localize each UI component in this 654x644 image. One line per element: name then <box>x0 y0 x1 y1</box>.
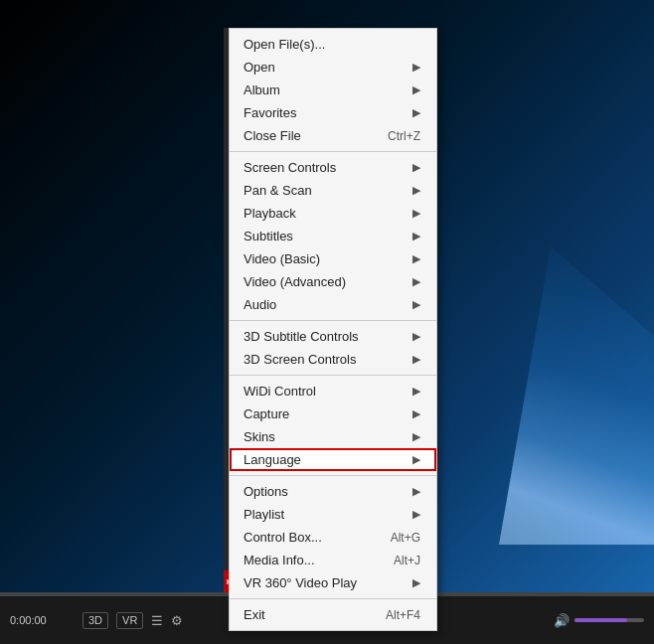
menu-label-video-basic: Video (Basic) <box>244 251 407 266</box>
menu-item-video-advanced[interactable]: Video (Advanced)▶ <box>230 270 436 293</box>
menu-shortcut-close-file: Ctrl+Z <box>388 129 420 143</box>
menu-label-media-info: Media Info... <box>244 553 384 567</box>
menu-shortcut-media-info: Alt+J <box>394 554 420 567</box>
3d-button[interactable]: 3D <box>82 612 108 629</box>
menu-separator <box>230 320 436 321</box>
menu-item-capture[interactable]: Capture▶ <box>230 402 436 425</box>
menu-arrow-open: ▶ <box>412 61 420 74</box>
menu-label-audio: Audio <box>244 297 407 312</box>
menu-label-close-file: Close File <box>244 128 378 143</box>
volume-fill <box>574 618 627 622</box>
menu-label-widi-control: WiDi Control <box>244 384 407 399</box>
context-menu: Open File(s)...Open▶Album▶Favorites▶Clos… <box>229 28 437 631</box>
menu-item-screen-controls[interactable]: Screen Controls▶ <box>230 156 436 179</box>
menu-arrow-pan-scan: ▶ <box>412 184 420 197</box>
menu-arrow-video-advanced: ▶ <box>412 275 420 288</box>
menu-label-pan-scan: Pan & Scan <box>244 183 407 198</box>
menu-label-capture: Capture <box>244 406 407 421</box>
volume-icon[interactable]: 🔊 <box>554 613 570 628</box>
menu-arrow-language: ▶ <box>412 453 420 466</box>
menu-separator <box>230 475 436 476</box>
menu-arrow-favorites: ▶ <box>412 106 420 119</box>
menu-label-playback: Playback <box>244 206 407 221</box>
menu-item-pan-scan[interactable]: Pan & Scan▶ <box>230 179 436 202</box>
menu-item-open-files[interactable]: Open File(s)... <box>230 33 436 56</box>
menu-item-3d-screen-controls[interactable]: 3D Screen Controls▶ <box>230 348 436 371</box>
menu-separator <box>230 151 436 152</box>
menu-label-3d-screen-controls: 3D Screen Controls <box>244 352 407 367</box>
menu-item-vr-360-video-play[interactable]: VR 360° Video Play▶ <box>230 571 436 594</box>
menu-item-open[interactable]: Open▶ <box>230 56 436 79</box>
menu-item-album[interactable]: Album▶ <box>230 79 436 101</box>
menu-label-vr-360-video-play: VR 360° Video Play <box>244 575 407 590</box>
menu-arrow-options: ▶ <box>412 485 420 498</box>
menu-item-playback[interactable]: Playback▶ <box>230 202 436 225</box>
menu-label-skins: Skins <box>244 429 407 444</box>
menu-item-control-box[interactable]: Control Box...Alt+G <box>230 526 436 549</box>
menu-label-language: Language <box>244 452 407 467</box>
menu-label-control-box: Control Box... <box>244 530 381 545</box>
menu-item-3d-subtitle-controls[interactable]: 3D Subtitle Controls▶ <box>230 325 436 348</box>
menu-label-options: Options <box>244 484 407 499</box>
menu-item-media-info[interactable]: Media Info...Alt+J <box>230 549 436 571</box>
menu-shortcut-exit: Alt+F4 <box>386 608 420 622</box>
menu-label-album: Album <box>244 82 407 97</box>
menu-arrow-subtitles: ▶ <box>412 230 420 242</box>
volume-slider[interactable] <box>574 618 644 622</box>
menu-arrow-audio: ▶ <box>412 298 420 311</box>
menu-arrow-playlist: ▶ <box>412 508 420 521</box>
menu-item-skins[interactable]: Skins▶ <box>230 425 436 448</box>
menu-item-audio[interactable]: Audio▶ <box>230 293 436 316</box>
menu-shortcut-control-box: Alt+G <box>391 531 420 545</box>
menu-item-close-file[interactable]: Close FileCtrl+Z <box>230 124 436 147</box>
menu-label-open-files: Open File(s)... <box>244 37 420 52</box>
menu-label-playlist: Playlist <box>244 507 407 522</box>
settings-icon[interactable]: ⚙ <box>171 613 183 628</box>
menu-item-widi-control[interactable]: WiDi Control▶ <box>230 380 436 402</box>
menu-label-3d-subtitle-controls: 3D Subtitle Controls <box>244 329 407 344</box>
menu-arrow-3d-screen-controls: ▶ <box>412 353 420 366</box>
menu-label-subtitles: Subtitles <box>244 229 407 243</box>
menu-item-video-basic[interactable]: Video (Basic)▶ <box>230 247 436 270</box>
menu-item-language[interactable]: Language▶ <box>230 448 436 471</box>
menu-item-options[interactable]: Options▶ <box>230 480 436 503</box>
menu-arrow-vr-360-video-play: ▶ <box>412 576 420 589</box>
menu-arrow-album: ▶ <box>412 83 420 96</box>
menu-arrow-screen-controls: ▶ <box>412 161 420 174</box>
menu-item-exit[interactable]: ExitAlt+F4 <box>230 603 436 626</box>
menu-label-open: Open <box>244 60 407 75</box>
time-left: 0:00:00 <box>10 614 75 626</box>
menu-item-subtitles[interactable]: Subtitles▶ <box>230 225 436 247</box>
menu-label-favorites: Favorites <box>244 105 407 120</box>
volume-area: 🔊 <box>554 613 644 628</box>
menu-separator <box>230 375 436 376</box>
menu-label-screen-controls: Screen Controls <box>244 160 407 175</box>
menu-arrow-3d-subtitle-controls: ▶ <box>412 330 420 343</box>
vr-button[interactable]: VR <box>116 612 143 629</box>
menu-label-exit: Exit <box>244 607 376 622</box>
menu-arrow-playback: ▶ <box>412 207 420 220</box>
menu-arrow-skins: ▶ <box>412 430 420 443</box>
menu-icon[interactable]: ☰ <box>151 613 163 628</box>
menu-label-video-advanced: Video (Advanced) <box>244 274 407 289</box>
menu-arrow-capture: ▶ <box>412 407 420 420</box>
menu-item-playlist[interactable]: Playlist▶ <box>230 503 436 526</box>
menu-arrow-video-basic: ▶ <box>412 252 420 265</box>
menu-item-favorites[interactable]: Favorites▶ <box>230 101 436 124</box>
menu-separator <box>230 598 436 599</box>
menu-arrow-widi-control: ▶ <box>412 385 420 398</box>
